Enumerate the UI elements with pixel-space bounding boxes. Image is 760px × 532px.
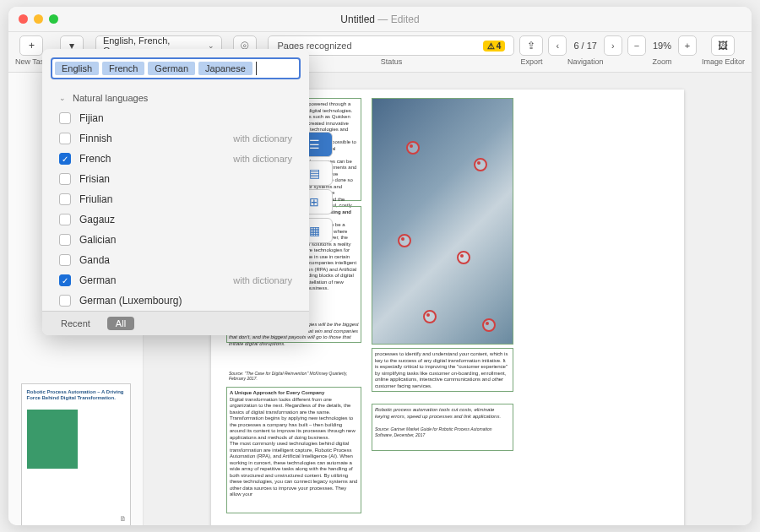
image-editor-button[interactable]: 🖼 [711, 35, 735, 56]
body-text: Digital transformation looks different f… [230, 397, 356, 440]
zoom-in-button[interactable]: + [678, 35, 697, 56]
thumb-block [27, 410, 78, 469]
map-pin-icon [457, 251, 469, 266]
navigation-group: ‹ 6 / 17 › [548, 35, 622, 56]
language-label: Fijian [79, 112, 104, 124]
language-checkbox[interactable] [59, 234, 71, 246]
traffic-lights [19, 14, 58, 24]
language-dropdown: English French German Japanese ⌄ Natural… [42, 49, 309, 335]
language-hint: with dictionary [233, 154, 292, 164]
language-tag[interactable]: Japanese [198, 62, 252, 75]
language-label: Frisian [79, 173, 110, 185]
text-region[interactable]: A Unique Approach for Every Company Digi… [226, 387, 361, 513]
language-label: French [79, 153, 111, 165]
zoom-level: 19% [648, 41, 676, 51]
title-text: Untitled [340, 14, 375, 25]
language-option[interactable]: Galician [42, 230, 309, 250]
close-button[interactable] [19, 14, 28, 24]
language-tag[interactable]: German [148, 62, 195, 75]
recent-tab[interactable]: Recent [52, 317, 99, 330]
text-cursor [256, 62, 257, 75]
text-region[interactable]: processes to identify and understand you… [372, 348, 513, 392]
source-region[interactable]: Source: "The Case for Digital Reinventio… [226, 368, 361, 383]
language-checkbox[interactable]: ✓ [59, 153, 71, 165]
maximize-button[interactable] [49, 14, 58, 24]
export-label: Export [520, 57, 542, 66]
language-option[interactable]: Friulian [42, 189, 309, 209]
quote-text: Robotic process automation tools cut cos… [375, 407, 501, 419]
language-section-header[interactable]: ⌄ Natural languages [42, 88, 309, 108]
source-text: Source: "The Case for Digital Reinventio… [229, 371, 347, 381]
page-position: 6 / 17 [568, 41, 602, 51]
language-checkbox[interactable] [59, 133, 71, 144]
chevron-down-icon: ⌄ [59, 94, 66, 102]
language-checkbox[interactable] [59, 214, 71, 225]
navigation-label: Navigation [567, 57, 604, 66]
export-icon: ⇪ [527, 40, 535, 52]
language-label: Ganda [79, 254, 110, 266]
language-option[interactable]: Ganda [42, 250, 309, 270]
image-icon: 🖼 [718, 40, 728, 52]
image-editor-label: Image Editor [702, 57, 745, 66]
language-label: Galician [79, 234, 116, 246]
language-checkbox[interactable] [59, 173, 71, 185]
thumb-doc-icon: 🗎 [120, 515, 127, 523]
warning-badge[interactable]: ⚠ 4 [483, 41, 506, 52]
language-option[interactable]: German (Luxembourg) [42, 290, 309, 311]
language-tag[interactable]: French [102, 62, 144, 75]
source-text: Source: Gartner Market Guide for Robotic… [375, 426, 492, 438]
minimize-button[interactable] [34, 14, 43, 24]
dropdown-footer: Recent All [42, 311, 309, 335]
map-pin-icon [398, 234, 410, 249]
language-option[interactable]: Finnishwith dictionary [42, 128, 309, 149]
language-checkbox[interactable] [59, 254, 71, 266]
language-option[interactable]: Frisian [42, 169, 309, 189]
window-title: Untitled — Edited [340, 14, 419, 25]
map-pin-icon [406, 141, 418, 156]
edited-indicator: — Edited [375, 14, 420, 25]
zoom-group: − 19% + [627, 35, 697, 56]
language-label: Finnish [79, 133, 112, 144]
language-label: Friulian [79, 193, 112, 205]
map-pin-icon [474, 158, 486, 173]
prev-page-button[interactable]: ‹ [548, 35, 567, 56]
language-hint: with dictionary [233, 133, 292, 144]
language-option[interactable]: Fijian [42, 108, 309, 128]
all-tab[interactable]: All [107, 317, 134, 330]
thumb-title: Robotic Process Automation – A Driving F… [22, 384, 130, 406]
new-task-button[interactable]: + [19, 35, 43, 56]
zoom-out-button[interactable]: − [627, 35, 646, 56]
plus-icon: + [29, 40, 35, 52]
map-pin-icon [482, 318, 494, 334]
language-option[interactable]: ✓Frenchwith dictionary [42, 149, 309, 169]
map-pin-icon [423, 310, 435, 325]
language-tag[interactable]: English [55, 62, 99, 75]
language-checkbox[interactable] [59, 112, 71, 124]
zoom-label: Zoom [652, 57, 671, 66]
language-list[interactable]: FijianFinnishwith dictionary✓Frenchwith … [42, 108, 309, 311]
language-label: German [79, 274, 116, 286]
body-text: The most commonly used technologies behi… [230, 441, 357, 497]
heading-text: A Unique Approach for Every Company [230, 390, 358, 397]
page-thumbnail[interactable]: Robotic Process Automation – A Driving F… [21, 383, 131, 525]
section-title: Natural languages [73, 93, 148, 103]
export-button[interactable]: ⇪ [519, 35, 543, 56]
language-checkbox[interactable]: ✓ [59, 274, 71, 286]
title-bar: Untitled — Edited [8, 7, 752, 32]
language-hint: with dictionary [233, 275, 292, 285]
selected-languages-field[interactable]: English French German Japanese [51, 57, 301, 79]
body-text: processes to identify and understand you… [375, 351, 508, 388]
language-label: Gagauz [79, 214, 115, 225]
language-checkbox[interactable] [59, 193, 71, 205]
image-region[interactable] [372, 98, 513, 345]
language-label: German (Luxembourg) [79, 295, 182, 307]
warning-count: 4 [497, 41, 502, 51]
language-checkbox[interactable] [59, 295, 71, 307]
next-page-button[interactable]: › [604, 35, 622, 56]
status-label: Status [381, 57, 403, 66]
quote-region[interactable]: Robotic process automation tools cut cos… [372, 404, 513, 451]
language-option[interactable]: Gagauz [42, 209, 309, 230]
language-option[interactable]: ✓Germanwith dictionary [42, 270, 309, 290]
